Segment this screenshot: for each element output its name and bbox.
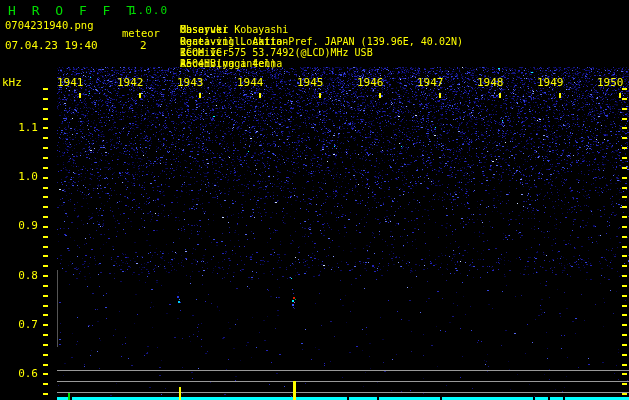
x-axis-tick-label: 1948 (477, 77, 504, 89)
info-value: Masayuki Kobayashi (180, 24, 288, 35)
app-version: 1.0.0 (130, 4, 168, 17)
x-axis-tick-label: 1945 (297, 77, 324, 89)
x-axis-tick-label: 1946 (357, 77, 384, 89)
y-axis-unit-label: kHz (2, 76, 22, 89)
y-axis-tick-label: 0.8 (0, 270, 38, 282)
y-axis-tick-label: 1.1 (0, 122, 38, 134)
spectrogram-canvas (0, 0, 629, 400)
y-axis-tick-label: 0.7 (0, 319, 38, 331)
x-axis-tick-label: 1947 (417, 77, 444, 89)
hrofft-output: H R O F F T 1.0.0 0704231940.png meteor … (0, 0, 629, 400)
y-axis-tick-label: 0.9 (0, 220, 38, 232)
x-axis-tick-label: 1949 (537, 77, 564, 89)
info-value: ICOM IC-575 53.7492(@LCD)MHz USB (180, 47, 373, 58)
x-axis-tick-label: 1944 (237, 77, 264, 89)
app-title: H R O F F T (8, 3, 138, 18)
output-filename: 0704231940.png (5, 19, 94, 31)
x-axis-tick-label: 1950 (597, 77, 624, 89)
x-axis-tick-label: 1943 (177, 77, 204, 89)
meteor-counter-label: meteor (122, 27, 160, 39)
datetime: 07.04.23 19:40 (5, 39, 98, 52)
y-axis-tick-label: 0.6 (0, 368, 38, 380)
y-axis-tick-label: 1.0 (0, 171, 38, 183)
info-value: Ogata-vill. Akita-Pref. JAPAN (139.96E, … (180, 36, 463, 47)
meteor-counter-value: 2 (140, 39, 147, 52)
station-info-block: Observer:Masayuki Kobayashi Receiving Lo… (180, 2, 204, 69)
info-value: A504HB(yagi 4el) (180, 58, 276, 69)
x-axis-tick-label: 1942 (117, 77, 144, 89)
x-axis-tick-label: 1941 (57, 77, 84, 89)
